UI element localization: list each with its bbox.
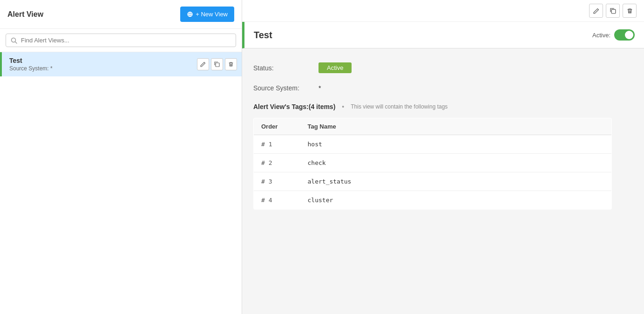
- toolbar-delete-button[interactable]: [623, 4, 637, 18]
- list-edit-button[interactable]: [197, 58, 209, 70]
- new-view-button[interactable]: ⊕ + New View: [180, 7, 234, 22]
- tags-header: Alert View's Tags:(4 items) • This view …: [253, 103, 633, 110]
- status-badge: Active: [319, 62, 352, 73]
- copy-icon: [610, 8, 616, 14]
- plus-icon: ⊕: [187, 10, 193, 19]
- svg-rect-3: [611, 9, 616, 14]
- order-cell: # 1: [254, 135, 300, 154]
- toolbar-edit-button[interactable]: [589, 4, 603, 18]
- svg-rect-2: [216, 63, 219, 67]
- tag-name-cell: alert_status: [300, 172, 612, 191]
- detail-content: Status: Active Source System: * Alert Vi…: [242, 48, 644, 224]
- order-cell: # 3: [254, 172, 300, 191]
- tags-section: Alert View's Tags:(4 items) • This view …: [253, 103, 633, 210]
- status-label: Status:: [253, 64, 319, 72]
- tag-name-column-header: Tag Name: [300, 118, 612, 135]
- list-item-actions: [197, 58, 237, 70]
- source-system-row: Source System: *: [253, 84, 633, 92]
- search-container: [0, 29, 242, 52]
- tags-hint: This view will contain the following tag…: [351, 103, 447, 110]
- pencil-icon: [593, 8, 599, 14]
- table-row: # 3 alert_status: [254, 172, 612, 191]
- header-right: Active:: [592, 29, 635, 41]
- tag-name-cell: host: [300, 135, 612, 154]
- table-row: # 1 host: [254, 135, 612, 154]
- detail-header: Test Active:: [242, 22, 644, 48]
- sidebar: Alert View ⊕ + New View Test Source Syst…: [0, 0, 242, 314]
- search-input[interactable]: [21, 37, 231, 44]
- list-item[interactable]: Test Source System: *: [0, 52, 242, 76]
- active-label: Active:: [592, 32, 610, 39]
- list-delete-button[interactable]: [225, 58, 237, 70]
- tags-table: Order Tag Name # 1 host # 2 check # 3 al…: [253, 118, 612, 210]
- copy-icon: [214, 61, 220, 67]
- source-system-label: Source System:: [253, 84, 319, 92]
- status-row: Status: Active: [253, 62, 633, 73]
- toggle-thumb: [625, 31, 633, 39]
- bullet-separator: •: [342, 103, 344, 110]
- trash-icon: [627, 8, 633, 14]
- toolbar-icons: [589, 4, 637, 18]
- source-system-value: *: [319, 84, 321, 92]
- list-copy-button[interactable]: [211, 58, 223, 70]
- sidebar-title: Alert View: [7, 10, 43, 19]
- svg-line-1: [15, 41, 17, 43]
- sidebar-header: Alert View ⊕ + New View: [0, 0, 242, 29]
- pencil-icon: [200, 61, 206, 67]
- table-row: # 2 check: [254, 154, 612, 172]
- new-view-label: + New View: [196, 11, 228, 18]
- trash-icon: [228, 61, 234, 67]
- tags-title: Alert View's Tags:(4 items): [253, 103, 335, 110]
- detail-title: Test: [254, 30, 272, 41]
- tag-name-cell: cluster: [300, 191, 612, 210]
- order-column-header: Order: [254, 118, 300, 135]
- table-row: # 4 cluster: [254, 191, 612, 210]
- active-toggle[interactable]: [614, 29, 635, 41]
- toolbar-copy-button[interactable]: [606, 4, 620, 18]
- order-cell: # 2: [254, 154, 300, 172]
- tag-name-cell: check: [300, 154, 612, 172]
- order-cell: # 4: [254, 191, 300, 210]
- search-wrapper: [6, 34, 236, 47]
- search-icon: [11, 37, 17, 44]
- toggle-track: [614, 29, 635, 41]
- detail-panel: Test Active: Status: Active Source Syste…: [242, 0, 644, 314]
